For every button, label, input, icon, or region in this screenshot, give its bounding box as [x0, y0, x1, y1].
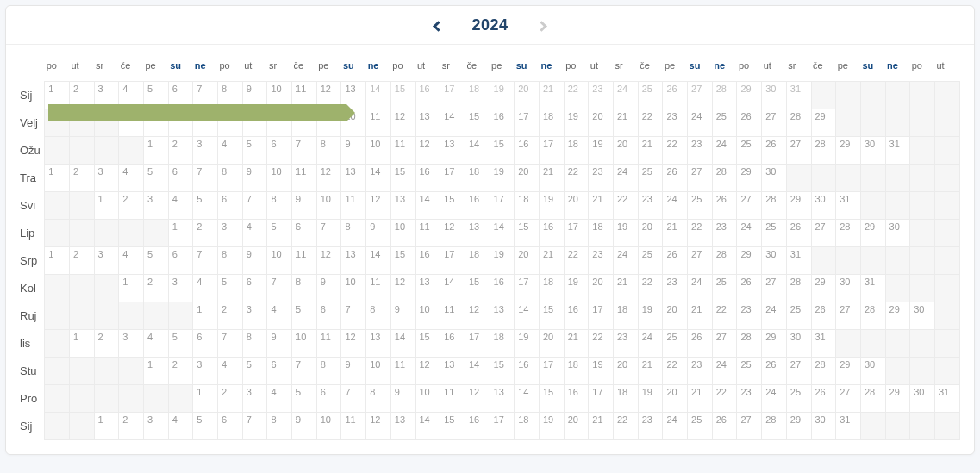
calendar-cell[interactable]: 18: [539, 274, 564, 302]
calendar-cell[interactable]: 28: [762, 412, 787, 439]
calendar-cell[interactable]: 30: [860, 136, 885, 164]
calendar-cell[interactable]: 16: [415, 81, 440, 109]
calendar-cell[interactable]: 14: [440, 274, 465, 302]
calendar-cell[interactable]: [45, 357, 70, 384]
calendar-cell[interactable]: 8: [218, 164, 243, 191]
calendar-cell[interactable]: [934, 109, 959, 136]
calendar-cell[interactable]: 23: [589, 81, 614, 109]
calendar-cell[interactable]: [69, 384, 94, 412]
calendar-cell[interactable]: 22: [589, 329, 614, 357]
calendar-cell[interactable]: 4: [218, 136, 243, 164]
calendar-cell[interactable]: 16: [465, 412, 490, 439]
calendar-cell[interactable]: 30: [860, 357, 885, 384]
calendar-cell[interactable]: 12: [415, 136, 440, 164]
calendar-cell[interactable]: 6: [267, 357, 292, 384]
calendar-cell[interactable]: 3: [193, 357, 218, 384]
calendar-cell[interactable]: 13: [341, 246, 366, 274]
calendar-cell[interactable]: 14: [465, 136, 490, 164]
calendar-cell[interactable]: 8: [267, 191, 292, 219]
calendar-cell[interactable]: 18: [465, 246, 490, 274]
calendar-cell[interactable]: 12: [316, 164, 341, 191]
calendar-cell[interactable]: 14: [440, 109, 465, 136]
calendar-cell[interactable]: [143, 219, 168, 246]
calendar-cell[interactable]: 30: [885, 219, 910, 246]
calendar-cell[interactable]: 18: [515, 191, 540, 219]
calendar-cell[interactable]: 20: [564, 412, 589, 439]
calendar-cell[interactable]: 27: [688, 246, 713, 274]
calendar-cell[interactable]: 31: [786, 246, 811, 274]
calendar-cell[interactable]: 4: [242, 219, 267, 246]
calendar-cell[interactable]: 19: [564, 109, 589, 136]
calendar-cell[interactable]: 22: [638, 109, 663, 136]
calendar-cell[interactable]: 12: [440, 219, 465, 246]
calendar-cell[interactable]: 17: [539, 136, 564, 164]
calendar-cell[interactable]: 11: [366, 109, 391, 136]
calendar-cell[interactable]: 14: [465, 357, 490, 384]
calendar-cell[interactable]: [119, 136, 144, 164]
calendar-cell[interactable]: 29: [885, 384, 910, 412]
calendar-cell[interactable]: [811, 246, 836, 274]
calendar-cell[interactable]: 6: [218, 191, 243, 219]
calendar-cell[interactable]: 12: [465, 302, 490, 329]
calendar-cell[interactable]: 9: [390, 302, 415, 329]
calendar-cell[interactable]: 7: [267, 274, 292, 302]
calendar-cell[interactable]: 9: [292, 191, 317, 219]
calendar-cell[interactable]: 30: [762, 246, 787, 274]
calendar-cell[interactable]: 14: [490, 219, 515, 246]
calendar-cell[interactable]: 29: [811, 274, 836, 302]
calendar-cell[interactable]: [836, 164, 861, 191]
calendar-cell[interactable]: 19: [490, 164, 515, 191]
calendar-cell[interactable]: 15: [465, 274, 490, 302]
calendar-cell[interactable]: 20: [614, 136, 639, 164]
calendar-cell[interactable]: 28: [762, 191, 787, 219]
calendar-cell[interactable]: [910, 191, 935, 219]
calendar-cell[interactable]: 8: [267, 412, 292, 439]
calendar-cell[interactable]: 25: [712, 109, 737, 136]
calendar-cell[interactable]: 27: [737, 412, 762, 439]
calendar-cell[interactable]: [45, 412, 70, 439]
calendar-cell[interactable]: 1: [45, 246, 70, 274]
calendar-cell[interactable]: 25: [786, 384, 811, 412]
calendar-cell[interactable]: 15: [490, 136, 515, 164]
calendar-cell[interactable]: 12: [316, 246, 341, 274]
calendar-cell[interactable]: [836, 329, 861, 357]
calendar-cell[interactable]: 16: [415, 164, 440, 191]
calendar-cell[interactable]: [69, 357, 94, 384]
calendar-cell[interactable]: 26: [762, 357, 787, 384]
booking-bar[interactable]: [48, 104, 346, 121]
calendar-cell[interactable]: 31: [811, 329, 836, 357]
calendar-cell[interactable]: 1: [94, 412, 119, 439]
calendar-cell[interactable]: 23: [737, 384, 762, 412]
calendar-cell[interactable]: 22: [564, 81, 589, 109]
calendar-cell[interactable]: [94, 384, 119, 412]
calendar-cell[interactable]: 30: [910, 302, 935, 329]
calendar-cell[interactable]: 26: [712, 412, 737, 439]
calendar-cell[interactable]: [934, 81, 959, 109]
calendar-cell[interactable]: 19: [490, 246, 515, 274]
calendar-cell[interactable]: [45, 274, 70, 302]
calendar-cell[interactable]: 23: [663, 274, 688, 302]
calendar-cell[interactable]: 3: [218, 219, 243, 246]
calendar-cell[interactable]: 22: [712, 302, 737, 329]
calendar-cell[interactable]: 1: [45, 81, 70, 109]
calendar-cell[interactable]: 15: [390, 246, 415, 274]
calendar-cell[interactable]: 1: [143, 357, 168, 384]
calendar-cell[interactable]: 21: [539, 246, 564, 274]
calendar-cell[interactable]: 18: [589, 219, 614, 246]
calendar-cell[interactable]: 24: [614, 81, 639, 109]
calendar-cell[interactable]: 15: [490, 357, 515, 384]
calendar-cell[interactable]: 11: [341, 412, 366, 439]
calendar-cell[interactable]: 21: [539, 164, 564, 191]
calendar-cell[interactable]: 16: [415, 246, 440, 274]
calendar-cell[interactable]: 20: [515, 164, 540, 191]
calendar-cell[interactable]: 25: [712, 274, 737, 302]
calendar-cell[interactable]: [910, 136, 935, 164]
calendar-cell[interactable]: 20: [515, 246, 540, 274]
calendar-cell[interactable]: [910, 246, 935, 274]
calendar-cell[interactable]: 25: [786, 302, 811, 329]
calendar-cell[interactable]: 19: [614, 219, 639, 246]
calendar-cell[interactable]: 10: [415, 384, 440, 412]
next-year-button[interactable]: [531, 13, 552, 38]
calendar-cell[interactable]: [69, 191, 94, 219]
calendar-cell[interactable]: 19: [515, 329, 540, 357]
